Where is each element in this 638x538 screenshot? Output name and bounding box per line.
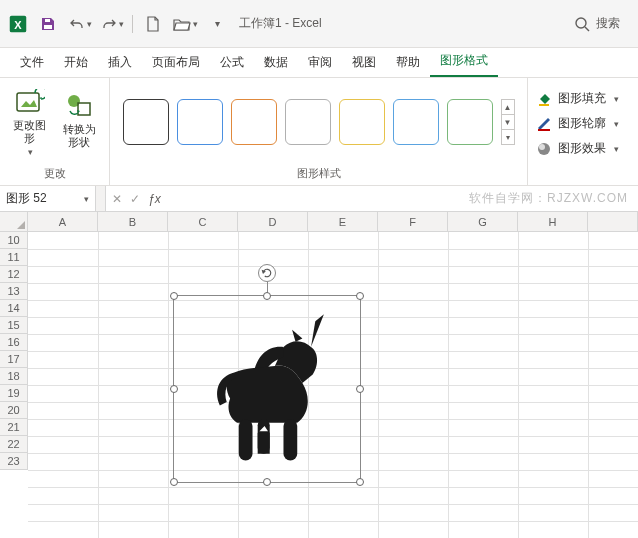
cancel-icon[interactable]: ✕ [112, 192, 122, 206]
svg-rect-7 [78, 103, 90, 115]
formula-bar[interactable]: ✕ ✓ ƒx 软件自学网：RJZXW.COM [106, 186, 638, 211]
svg-rect-3 [45, 19, 50, 22]
tab-file[interactable]: 文件 [10, 48, 54, 77]
svg-rect-12 [239, 419, 253, 460]
column-header[interactable]: E [308, 212, 378, 232]
column-header[interactable]: C [168, 212, 238, 232]
watermark-text: 软件自学网：RJZXW.COM [469, 190, 628, 207]
shape-effects-button[interactable]: 图形效果▾ [536, 140, 619, 157]
column-header[interactable]: H [518, 212, 588, 232]
tab-view[interactable]: 视图 [342, 48, 386, 77]
svg-rect-5 [17, 93, 39, 111]
column-header[interactable]: F [378, 212, 448, 232]
row-header[interactable]: 15 [0, 317, 28, 334]
row-header[interactable]: 13 [0, 283, 28, 300]
tab-insert[interactable]: 插入 [98, 48, 142, 77]
row-header[interactable]: 10 [0, 232, 28, 249]
fx-icon[interactable]: ƒx [148, 192, 161, 206]
row-header[interactable]: 20 [0, 402, 28, 419]
open-button[interactable]: ▾ [171, 10, 199, 38]
row-header[interactable]: 23 [0, 453, 28, 470]
style-preset-6[interactable] [447, 99, 493, 145]
chevron-down-icon[interactable]: ▾ [84, 194, 89, 204]
row-header[interactable]: 16 [0, 334, 28, 351]
svg-rect-9 [538, 129, 550, 131]
change-graphic-icon [14, 89, 46, 117]
new-file-button[interactable] [139, 10, 167, 38]
ribbon-group-styles-label: 图形样式 [110, 166, 527, 185]
resize-handle-ne[interactable] [356, 292, 364, 300]
row-headers[interactable]: 1011121314151617181920212223 [0, 232, 28, 470]
shape-outline-button[interactable]: 图形轮廓▾ [536, 115, 619, 132]
resize-handle-se[interactable] [356, 478, 364, 486]
shape-outline-icon [536, 116, 552, 132]
redo-button[interactable]: ▾ [98, 10, 126, 38]
svg-text:X: X [14, 18, 22, 30]
tab-data[interactable]: 数据 [254, 48, 298, 77]
ribbon: 更改图形▾ 转换为形状 更改 ▲ ▼ ▾ 图形样式 [0, 78, 638, 186]
row-header[interactable]: 11 [0, 249, 28, 266]
shape-selection-frame[interactable] [173, 295, 361, 483]
convert-to-shape-button[interactable]: 转换为形状 [58, 87, 102, 157]
row-header[interactable]: 17 [0, 351, 28, 368]
row-header[interactable]: 12 [0, 266, 28, 283]
style-preset-0[interactable] [123, 99, 169, 145]
unicorn-graphic[interactable] [182, 304, 354, 479]
column-headers[interactable]: ABCDEFGH [28, 212, 638, 232]
resize-handle-w[interactable] [170, 385, 178, 393]
formula-bar-row: 图形 52 ▾ ✕ ✓ ƒx 软件自学网：RJZXW.COM [0, 186, 638, 212]
tab-review[interactable]: 审阅 [298, 48, 342, 77]
gallery-scroll[interactable]: ▲ ▼ ▾ [501, 99, 515, 145]
worksheet-area: ABCDEFGH 1011121314151617181920212223 [0, 212, 638, 538]
resize-handle-nw[interactable] [170, 292, 178, 300]
column-header[interactable]: D [238, 212, 308, 232]
rotate-handle[interactable] [258, 264, 276, 282]
search-placeholder: 搜索 [596, 15, 620, 32]
style-preset-1[interactable] [177, 99, 223, 145]
row-header[interactable]: 19 [0, 385, 28, 402]
gallery-down-icon[interactable]: ▼ [502, 115, 514, 130]
style-preset-4[interactable] [339, 99, 385, 145]
tab-shape-format[interactable]: 图形格式 [430, 46, 498, 77]
row-header[interactable]: 14 [0, 300, 28, 317]
shape-fill-button[interactable]: 图形填充▾ [536, 90, 619, 107]
style-preset-5[interactable] [393, 99, 439, 145]
tab-page-layout[interactable]: 页面布局 [142, 48, 210, 77]
save-button[interactable] [34, 10, 62, 38]
style-preset-2[interactable] [231, 99, 277, 145]
search-icon [574, 16, 590, 32]
row-header[interactable]: 22 [0, 436, 28, 453]
gallery-up-icon[interactable]: ▲ [502, 100, 514, 115]
column-header[interactable]: A [28, 212, 98, 232]
svg-point-4 [576, 18, 586, 28]
tab-help[interactable]: 帮助 [386, 48, 430, 77]
shape-effects-icon [536, 141, 552, 157]
qat-customize-button[interactable]: ▾ [203, 10, 231, 38]
enter-icon[interactable]: ✓ [130, 192, 140, 206]
convert-to-shape-icon [63, 89, 95, 121]
undo-button[interactable]: ▾ [66, 10, 94, 38]
change-graphic-button[interactable]: 更改图形▾ [8, 87, 52, 157]
resize-handle-sw[interactable] [170, 478, 178, 486]
resize-handle-s[interactable] [263, 478, 271, 486]
svg-rect-2 [44, 25, 52, 29]
resize-handle-e[interactable] [356, 385, 364, 393]
shape-fill-icon [536, 91, 552, 107]
gallery-more-icon[interactable]: ▾ [502, 130, 514, 144]
tab-home[interactable]: 开始 [54, 48, 98, 77]
resize-handle-n[interactable] [263, 292, 271, 300]
title-bar: X ▾ ▾ ▾ ▾ 工作簿1 - Excel 搜索 [0, 0, 638, 48]
select-all-button[interactable] [0, 212, 28, 232]
search-box[interactable]: 搜索 [562, 11, 632, 36]
name-box[interactable]: 图形 52 ▾ [0, 186, 96, 211]
ribbon-group-change-label: 更改 [0, 166, 109, 185]
row-header[interactable]: 18 [0, 368, 28, 385]
row-header[interactable]: 21 [0, 419, 28, 436]
svg-point-11 [539, 144, 545, 150]
column-header[interactable]: B [98, 212, 168, 232]
column-header[interactable]: G [448, 212, 518, 232]
shape-styles-gallery[interactable]: ▲ ▼ ▾ [123, 99, 515, 145]
style-preset-3[interactable] [285, 99, 331, 145]
tab-formulas[interactable]: 公式 [210, 48, 254, 77]
quick-access-toolbar: X ▾ ▾ ▾ ▾ [6, 10, 231, 38]
